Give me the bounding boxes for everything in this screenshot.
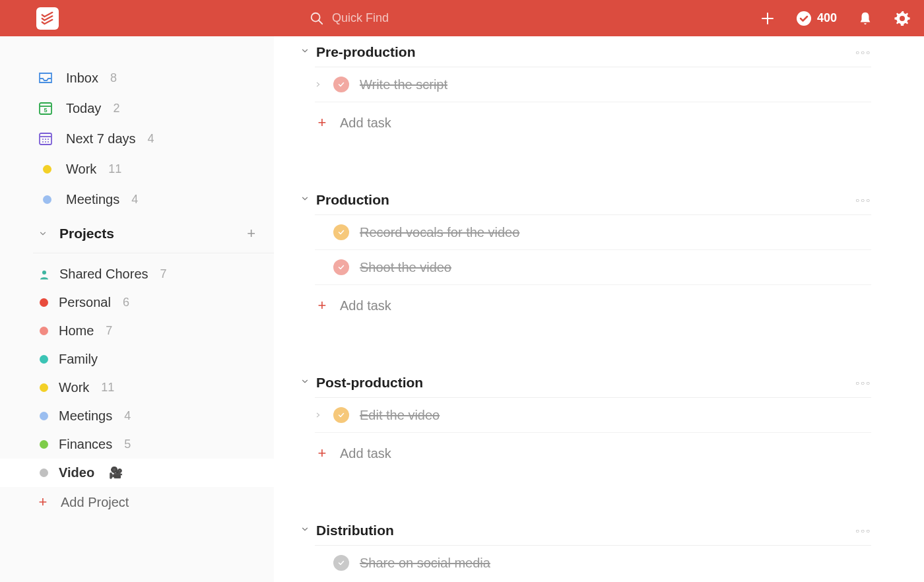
plus-icon: + xyxy=(315,445,329,462)
add-task-label: Add task xyxy=(340,446,391,461)
add-task-button[interactable]: +Add task xyxy=(300,433,871,469)
task-checkbox[interactable] xyxy=(333,259,349,275)
project-label: Meetings xyxy=(59,408,112,424)
section-menu-button[interactable]: ○○○ xyxy=(855,197,871,204)
add-task-label: Add task xyxy=(340,115,391,131)
project-label: Family xyxy=(59,352,98,367)
task-checkbox[interactable] xyxy=(333,407,349,423)
add-project-icon[interactable]: + xyxy=(247,225,255,242)
nav-count: 11 xyxy=(108,162,121,176)
project-item[interactable]: Video🎥 xyxy=(0,459,274,487)
project-color-dot xyxy=(40,298,48,307)
task-checkbox[interactable] xyxy=(333,77,349,92)
spacer xyxy=(300,321,871,367)
svg-point-12 xyxy=(48,139,49,140)
svg-point-10 xyxy=(42,139,44,140)
productivity-button[interactable]: 400 xyxy=(796,11,837,26)
today-icon: 5 xyxy=(37,100,54,117)
nav-today[interactable]: 5 Today 2 xyxy=(0,93,274,123)
header-actions: 400 xyxy=(759,10,911,27)
search-input[interactable] xyxy=(332,11,485,25)
task-row[interactable]: Write the script xyxy=(315,67,871,102)
nav-label: Next 7 days xyxy=(66,131,136,146)
project-item[interactable]: Work11 xyxy=(0,373,274,402)
project-item[interactable]: Personal6 xyxy=(0,288,274,317)
notifications-button[interactable] xyxy=(857,10,874,27)
project-color-dot xyxy=(40,327,48,335)
task-row[interactable]: Share on social media xyxy=(315,546,871,580)
add-task-button[interactable]: +Add task xyxy=(300,285,871,321)
plus-icon: + xyxy=(315,114,329,131)
app-header: 400 xyxy=(0,0,924,36)
section-menu-button[interactable]: ○○○ xyxy=(855,379,871,387)
section-title: Production xyxy=(316,192,389,208)
settings-button[interactable] xyxy=(894,10,911,27)
section: Distribution ○○○ Share on social media xyxy=(300,520,871,580)
nav-next7days[interactable]: Next 7 days 4 xyxy=(0,123,274,154)
sidebar: Inbox 8 5 Today 2 Next 7 days 4 Work 11 xyxy=(0,36,274,582)
projects-header[interactable]: Projects + xyxy=(0,218,274,249)
nav-label: Inbox xyxy=(66,71,98,86)
section-menu-button[interactable]: ○○○ xyxy=(855,527,871,534)
nav-count: 4 xyxy=(148,132,154,146)
section-title: Post-production xyxy=(316,375,423,391)
app-logo[interactable] xyxy=(36,7,59,30)
add-task-label: Add task xyxy=(340,298,391,313)
chevron-down-icon xyxy=(300,46,310,58)
bell-icon xyxy=(858,11,873,26)
task-name: Record vocals for the video xyxy=(360,225,519,240)
project-label: Finances xyxy=(59,437,112,452)
nav-inbox[interactable]: Inbox 8 xyxy=(0,63,274,93)
svg-line-1 xyxy=(319,20,323,24)
plus-icon: + xyxy=(37,494,49,511)
project-item[interactable]: Finances5 xyxy=(0,430,274,459)
task-row[interactable]: Record vocals for the video xyxy=(315,215,871,250)
section-header[interactable]: Production ○○○ xyxy=(300,189,871,210)
section-header[interactable]: Post-production ○○○ xyxy=(300,372,871,393)
add-task-button[interactable]: +Add task xyxy=(300,102,871,138)
project-color-dot xyxy=(40,412,48,420)
task-checkbox[interactable] xyxy=(333,224,349,240)
section-menu-button[interactable]: ○○○ xyxy=(855,49,871,56)
nav-filter-work[interactable]: Work 11 xyxy=(0,154,274,184)
nav-label: Work xyxy=(66,162,96,177)
section-header[interactable]: Pre-production ○○○ xyxy=(300,42,871,63)
main-content: Pre-production ○○○ Write the script+Add … xyxy=(274,36,924,582)
chevron-right-icon[interactable] xyxy=(315,81,323,88)
project-color-dot xyxy=(40,469,48,477)
task-row[interactable]: Shoot the video xyxy=(315,250,871,285)
project-label: Work xyxy=(59,380,89,395)
divider xyxy=(33,253,274,253)
task-checkbox[interactable] xyxy=(333,555,349,571)
task-name: Share on social media xyxy=(360,556,490,571)
gear-icon xyxy=(894,11,910,26)
section: Pre-production ○○○ Write the script+Add … xyxy=(300,42,871,184)
section: Production ○○○ Record vocals for the vid… xyxy=(300,189,871,367)
productivity-score: 400 xyxy=(817,11,837,25)
project-item[interactable]: Home7 xyxy=(0,317,274,345)
project-count: 6 xyxy=(123,296,129,309)
calendar-icon xyxy=(37,130,54,147)
add-project-button[interactable]: + Add Project xyxy=(0,487,274,517)
nav-label: Meetings xyxy=(66,192,119,207)
chevron-right-icon[interactable] xyxy=(315,412,323,418)
project-item[interactable]: Meetings4 xyxy=(0,402,274,430)
quick-add-button[interactable] xyxy=(759,10,776,27)
task-name: Write the script xyxy=(360,77,447,92)
project-item[interactable]: Shared Chores7 xyxy=(0,260,274,288)
project-color-dot xyxy=(40,440,48,449)
section-title: Distribution xyxy=(316,523,394,538)
project-item[interactable]: Family xyxy=(0,345,274,373)
todoist-logo-icon xyxy=(40,11,55,26)
task-row[interactable]: Edit the video xyxy=(315,398,871,433)
nav-count: 4 xyxy=(131,193,138,207)
nav-count: 8 xyxy=(110,71,117,85)
nav-filter-meetings[interactable]: Meetings 4 xyxy=(0,184,274,214)
svg-text:5: 5 xyxy=(44,107,47,113)
project-color-dot xyxy=(40,383,48,392)
project-label: Video xyxy=(59,465,94,480)
search-icon xyxy=(310,11,324,26)
section-header[interactable]: Distribution ○○○ xyxy=(300,520,871,541)
dot-icon xyxy=(37,160,54,178)
section: Post-production ○○○ Edit the video+Add t… xyxy=(300,372,871,515)
